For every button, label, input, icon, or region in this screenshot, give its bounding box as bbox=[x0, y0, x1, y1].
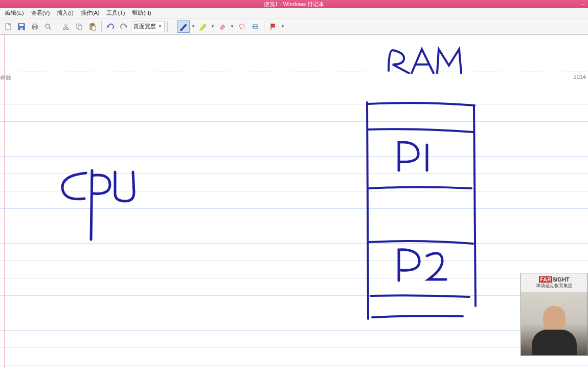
title-bar: 便笺1 - Windows 日记本 – bbox=[0, 0, 588, 8]
window-title: 便笺1 - Windows 日记本 bbox=[264, 1, 325, 8]
svg-line-8 bbox=[49, 28, 51, 30]
svg-point-7 bbox=[46, 24, 50, 28]
print-button[interactable] bbox=[29, 20, 41, 33]
svg-rect-3 bbox=[20, 28, 23, 30]
webcam-person bbox=[521, 292, 587, 355]
webcam-overlay: FARSIGHT 华清远见教育集团 bbox=[521, 273, 588, 356]
svg-rect-18 bbox=[199, 30, 202, 31]
eraser-dropdown-arrow[interactable]: ▼ bbox=[230, 24, 235, 29]
zoom-label: 页面宽度 bbox=[133, 23, 156, 30]
undo-button[interactable] bbox=[104, 20, 117, 33]
svg-rect-14 bbox=[78, 26, 82, 30]
menu-bar: 编辑(E) 查看(V) 插入(I) 操作(A) 工具(T) 帮助(H) bbox=[0, 8, 588, 18]
flag-tool-button[interactable] bbox=[267, 20, 279, 33]
paste-button[interactable] bbox=[86, 20, 99, 33]
note-date: 2014 bbox=[574, 74, 586, 80]
menu-edit[interactable]: 编辑(E) bbox=[2, 8, 27, 18]
lasso-tool-button[interactable] bbox=[236, 20, 248, 33]
toolbar: 页面宽度 ▼ ▼ ▼ ▼ ▼ bbox=[0, 18, 588, 35]
page-top-rule bbox=[0, 35, 588, 35]
ruled-lines bbox=[0, 87, 588, 368]
svg-rect-16 bbox=[91, 24, 94, 25]
highlighter-dropdown-arrow[interactable]: ▼ bbox=[210, 24, 215, 29]
space-tool-button[interactable] bbox=[249, 20, 261, 33]
minimize-hint: – bbox=[581, 0, 585, 8]
menu-actions[interactable]: 操作(A) bbox=[78, 8, 103, 18]
search-button[interactable] bbox=[42, 20, 54, 33]
new-button[interactable] bbox=[2, 20, 14, 33]
menu-help[interactable]: 帮助(H) bbox=[129, 8, 154, 18]
svg-point-9 bbox=[63, 28, 65, 30]
svg-point-19 bbox=[239, 24, 244, 28]
redo-button[interactable] bbox=[118, 20, 130, 33]
zoom-dropdown[interactable]: 页面宽度 ▼ bbox=[131, 21, 165, 32]
svg-rect-17 bbox=[92, 26, 96, 30]
webcam-logo: FARSIGHT bbox=[539, 276, 570, 283]
menu-tools[interactable]: 工具(T) bbox=[103, 8, 128, 18]
svg-rect-2 bbox=[19, 24, 24, 26]
canvas-area[interactable]: 标题 2014 bbox=[0, 35, 588, 368]
webcam-subtitle: 华清远见教育集团 bbox=[536, 283, 573, 289]
copy-button[interactable] bbox=[73, 20, 85, 33]
title-rule bbox=[0, 72, 588, 72]
menu-view[interactable]: 查看(V) bbox=[28, 8, 53, 18]
toolbar-separator bbox=[167, 21, 168, 32]
highlighter-tool-button[interactable] bbox=[197, 20, 209, 33]
menu-insert[interactable]: 插入(I) bbox=[54, 8, 76, 18]
svg-point-10 bbox=[66, 28, 69, 30]
eraser-tool-button[interactable] bbox=[216, 20, 229, 33]
svg-rect-6 bbox=[33, 28, 36, 30]
toolbar-separator bbox=[57, 21, 57, 32]
note-title-placeholder[interactable]: 标题 bbox=[0, 74, 11, 81]
ink-text-ram bbox=[389, 49, 461, 73]
webcam-banner: FARSIGHT 华清远见教育集团 bbox=[521, 273, 587, 292]
cut-button[interactable] bbox=[60, 20, 72, 33]
svg-rect-5 bbox=[33, 24, 36, 26]
toolbar-separator bbox=[264, 21, 264, 32]
chevron-down-icon: ▼ bbox=[158, 24, 162, 29]
flag-dropdown-arrow[interactable]: ▼ bbox=[280, 24, 285, 29]
save-button[interactable] bbox=[15, 20, 28, 33]
pen-tool-button[interactable] bbox=[177, 20, 190, 33]
toolbar-separator bbox=[101, 21, 102, 32]
pen-dropdown-arrow[interactable]: ▼ bbox=[191, 24, 196, 29]
